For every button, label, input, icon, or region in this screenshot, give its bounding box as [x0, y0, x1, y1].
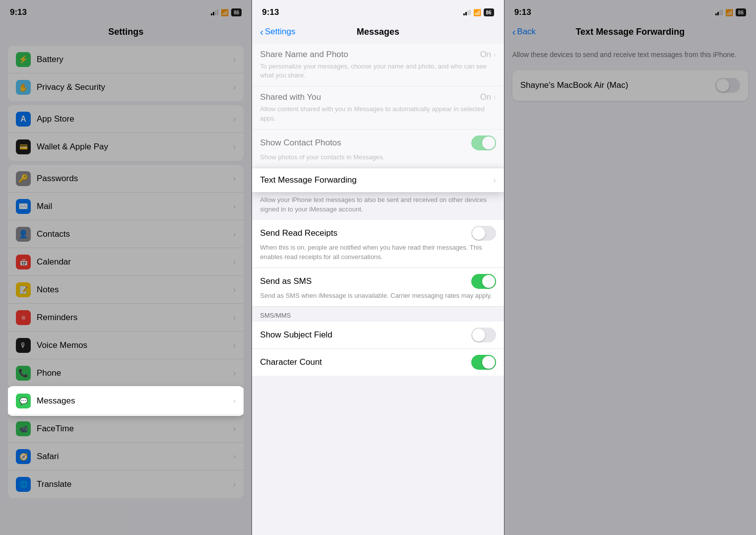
- sms-mms-header: SMS/MMS: [252, 307, 504, 322]
- shared-with-you-item[interactable]: Shared with You On › Allow content share…: [252, 86, 504, 129]
- status-bar-2: 9:13 📶 86: [252, 0, 504, 22]
- phone-app-icon: 📞: [16, 366, 31, 381]
- send-read-receipts-item[interactable]: Send Read Receipts When this is on, peop…: [252, 220, 504, 268]
- fwd-title: Text Message Forwarding: [575, 27, 685, 37]
- send-as-sms-desc: Send as SMS when iMessage is unavailable…: [260, 291, 496, 300]
- notes-app-icon: 📝: [16, 282, 31, 297]
- mail-chevron: ›: [233, 202, 236, 211]
- show-subject-item[interactable]: Show Subject Field: [252, 322, 504, 349]
- settings-item-voicememos[interactable]: 🎙 Voice Memos ›: [8, 332, 244, 359]
- messages-app-icon: 💬: [16, 394, 31, 408]
- battery-icon-3: 86: [736, 8, 746, 16]
- text-msg-fwd-item[interactable]: Text Message Forwarding ›: [252, 168, 504, 192]
- fwd-desc-area: Allow these devices to send and receive …: [504, 44, 756, 66]
- fwd-back-button[interactable]: ‹ Back: [512, 27, 536, 37]
- send-read-receipts-toggle[interactable]: [471, 226, 496, 241]
- fwd-device-item[interactable]: Shayne's MacBook Air (Mac): [512, 70, 748, 101]
- status-bar-3: 9:13 📶 86: [504, 0, 756, 22]
- show-contact-photos-toggle[interactable]: [471, 135, 496, 150]
- fwd-nav: ‹ Back Text Message Forwarding: [504, 22, 756, 44]
- settings-item-contacts[interactable]: 👤 Contacts ›: [8, 220, 244, 248]
- translate-app-icon: 🌐: [16, 477, 31, 492]
- settings-item-translate[interactable]: 🌐 Translate ›: [8, 470, 244, 498]
- fwd-device-toggle[interactable]: [715, 78, 740, 93]
- back-chevron-icon-2: ‹: [260, 27, 263, 37]
- settings-item-messages[interactable]: 💬 Messages ›: [8, 387, 244, 415]
- appstore-label: App Store: [37, 114, 233, 124]
- send-as-sms-item[interactable]: Send as SMS Send as SMS when iMessage is…: [252, 268, 504, 307]
- settings-item-passwords[interactable]: 🔑 Passwords ›: [8, 165, 244, 193]
- notes-label: Notes: [37, 285, 233, 295]
- translate-chevron: ›: [233, 480, 236, 489]
- fwd-description: Allow these devices to send and receive …: [512, 51, 737, 59]
- passwords-label: Passwords: [37, 174, 233, 184]
- messages-back-button[interactable]: ‹ Settings: [260, 27, 295, 37]
- contacts-chevron: ›: [233, 230, 236, 239]
- time-3: 9:13: [514, 7, 531, 17]
- settings-nav: Settings: [0, 22, 252, 44]
- status-icons-3: 📶 86: [715, 8, 746, 16]
- signal-icon-1: [211, 9, 218, 15]
- share-name-label: Share Name and Photo: [260, 50, 348, 60]
- settings-item-wallet[interactable]: 💳 Wallet & Apple Pay ›: [8, 133, 244, 161]
- voicememos-label: Voice Memos: [37, 340, 233, 350]
- messages-content: Share Name and Photo On › To personalize…: [252, 44, 504, 535]
- character-count-toggle[interactable]: [471, 355, 496, 370]
- text-msg-fwd-label: Text Message Forwarding: [260, 175, 357, 185]
- settings-item-calendar[interactable]: 📅 Calendar ›: [8, 248, 244, 276]
- privacy-app-icon: ✋: [16, 80, 31, 95]
- facetime-app-icon: 📹: [16, 421, 31, 436]
- settings-item-mail[interactable]: ✉️ Mail ›: [8, 193, 244, 220]
- voicememos-chevron: ›: [233, 341, 236, 350]
- fwd-back-label: Back: [517, 27, 536, 37]
- shared-with-you-value: On: [480, 92, 492, 102]
- shared-with-you-desc: Allow content shared with you in Message…: [260, 105, 496, 123]
- text-msg-fwd-desc: Allow your iPhone text messages to also …: [260, 196, 487, 213]
- wallet-chevron: ›: [233, 142, 236, 151]
- messages-back-label: Settings: [265, 27, 295, 37]
- fwd-device-name: Shayne's MacBook Air (Mac): [520, 80, 629, 90]
- shared-with-you-label: Shared with You: [260, 92, 321, 102]
- show-subject-toggle[interactable]: [471, 328, 496, 342]
- settings-item-appstore[interactable]: A App Store ›: [8, 105, 244, 133]
- battery-chevron: ›: [233, 55, 236, 64]
- appstore-app-icon: A: [16, 112, 31, 127]
- facetime-label: FaceTime: [37, 424, 233, 434]
- contacts-app-icon: 👤: [16, 227, 31, 242]
- shared-with-you-chevron: ›: [493, 93, 496, 102]
- share-name-chevron: ›: [493, 50, 496, 59]
- text-msg-fwd-desc-area: Allow your iPhone text messages to also …: [252, 192, 504, 220]
- passwords-app-icon: 🔑: [16, 171, 31, 186]
- show-contact-photos-item[interactable]: Show Contact Photos Show photos of your …: [252, 130, 504, 168]
- share-name-value: On: [480, 50, 492, 60]
- privacy-chevron: ›: [233, 83, 236, 92]
- settings-item-battery[interactable]: ⚡ Battery ›: [8, 46, 244, 73]
- fwd-panel: 9:13 📶 86 ‹ Back Text Message Forwarding…: [504, 0, 756, 535]
- battery-label: Battery: [37, 55, 233, 65]
- status-icons-1: 📶 86: [211, 8, 242, 16]
- send-as-sms-toggle[interactable]: [471, 274, 496, 289]
- settings-item-phone[interactable]: 📞 Phone ›: [8, 359, 244, 387]
- messages-title: Messages: [357, 27, 399, 37]
- character-count-item[interactable]: Character Count: [252, 349, 504, 376]
- send-as-sms-label: Send as SMS: [260, 276, 312, 286]
- status-icons-2: 📶 86: [463, 8, 494, 16]
- battery-icon-1: 86: [231, 8, 242, 16]
- settings-item-notes[interactable]: 📝 Notes ›: [8, 276, 244, 304]
- settings-item-privacy[interactable]: ✋ Privacy & Security ›: [8, 73, 244, 101]
- messages-panel: 9:13 📶 86 ‹ Settings Messages Share Name…: [252, 0, 504, 535]
- settings-item-safari[interactable]: 🧭 Safari ›: [8, 443, 244, 470]
- show-contact-photos-label: Show Contact Photos: [260, 138, 341, 148]
- wifi-icon-1: 📶: [221, 9, 229, 16]
- settings-group-3: 🔑 Passwords › ✉️ Mail › 👤 Contacts ›: [8, 165, 244, 498]
- signal-icon-2: [463, 9, 471, 15]
- safari-app-icon: 🧭: [16, 449, 31, 464]
- settings-title: Settings: [108, 27, 143, 37]
- calendar-app-icon: 📅: [16, 255, 31, 269]
- settings-item-reminders[interactable]: ≡ Reminders ›: [8, 304, 244, 332]
- share-name-item[interactable]: Share Name and Photo On › To personalize…: [252, 44, 504, 86]
- wifi-icon-2: 📶: [473, 9, 481, 16]
- phone-label: Phone: [37, 368, 233, 378]
- reminders-label: Reminders: [37, 313, 233, 323]
- settings-item-facetime[interactable]: 📹 FaceTime ›: [8, 415, 244, 443]
